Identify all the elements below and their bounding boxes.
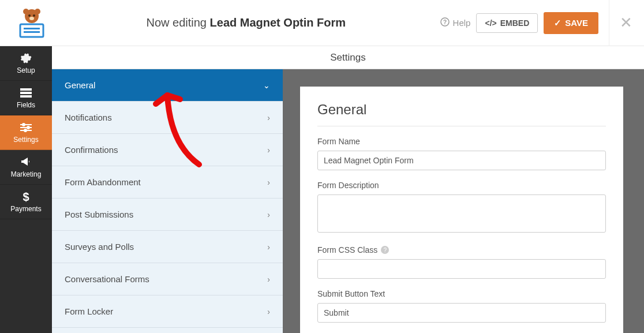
- svg-point-17: [27, 126, 29, 129]
- settings-item-surveys-polls[interactable]: Surveys and Polls ›: [52, 231, 283, 263]
- help-icon: ?: [440, 17, 450, 28]
- nav-marketing[interactable]: Marketing: [0, 150, 52, 185]
- settings-item-general[interactable]: General ⌄: [52, 69, 283, 102]
- submit-text-input[interactable]: [317, 303, 606, 323]
- svg-point-3: [28, 14, 31, 17]
- svg-point-15: [23, 124, 25, 126]
- menu-label: Form Abandonment: [65, 177, 141, 187]
- form-desc-input[interactable]: [317, 194, 606, 233]
- nav-label: Payments: [10, 205, 41, 213]
- chevron-right-icon: ›: [267, 113, 270, 122]
- save-label: SAVE: [565, 18, 588, 28]
- menu-label: Surveys and Polls: [65, 242, 134, 252]
- code-icon: </>: [485, 18, 496, 28]
- menu-label: Conversational Forms: [65, 274, 149, 284]
- nav-label: Marketing: [11, 170, 42, 178]
- menu-label: Form Locker: [65, 306, 113, 316]
- chevron-down-icon: ⌄: [263, 81, 270, 90]
- svg-rect-13: [20, 95, 32, 98]
- nav-label: Setup: [17, 66, 35, 74]
- embed-label: EMBED: [500, 18, 530, 28]
- form-desc-label: Form Description: [317, 181, 606, 190]
- wpforms-logo: [16, 7, 48, 39]
- sliders-icon: [20, 122, 32, 133]
- nav-settings[interactable]: Settings: [0, 115, 52, 150]
- nav-label: Fields: [17, 101, 35, 109]
- css-class-label-text: Form CSS Class: [317, 245, 377, 255]
- gear-icon: [20, 53, 32, 64]
- css-class-input[interactable]: [317, 259, 606, 279]
- menu-label: General: [65, 80, 95, 90]
- settings-item-confirmations[interactable]: Confirmations ›: [52, 134, 283, 166]
- check-icon: ✓: [554, 18, 561, 28]
- settings-item-conversational[interactable]: Conversational Forms ›: [52, 263, 283, 295]
- logo-area: [12, 7, 52, 39]
- menu-label: Confirmations: [65, 145, 118, 155]
- settings-item-notifications[interactable]: Notifications ›: [52, 102, 283, 134]
- nav-fields[interactable]: Fields: [0, 81, 52, 115]
- svg-point-2: [35, 9, 40, 14]
- content-header: Settings: [52, 46, 644, 69]
- megaphone-icon: [20, 156, 32, 168]
- form-desc-group: Form Description: [317, 181, 606, 235]
- chevron-right-icon: ›: [267, 145, 270, 155]
- chevron-right-icon: ›: [267, 242, 270, 252]
- help-label: Help: [453, 18, 471, 28]
- close-icon: ✕: [620, 14, 632, 32]
- svg-point-5: [29, 17, 34, 20]
- form-title: Lead Magnet Optin Form: [210, 16, 346, 29]
- list-icon: [20, 87, 32, 99]
- editing-prefix: Now editing: [146, 16, 209, 29]
- left-nav: Setup Fields Settings Marketing $ Paymen…: [0, 46, 52, 333]
- close-button[interactable]: ✕: [609, 0, 632, 46]
- chevron-right-icon: ›: [267, 307, 270, 316]
- menu-label: Post Submissions: [65, 209, 133, 219]
- menu-label: Notifications: [65, 113, 112, 122]
- svg-rect-7: [24, 28, 40, 29]
- svg-text:?: ?: [443, 19, 447, 25]
- nav-setup[interactable]: Setup: [0, 46, 52, 81]
- submit-text-label: Submit Button Text: [317, 289, 606, 298]
- settings-item-form-abandonment[interactable]: Form Abandonment ›: [52, 166, 283, 199]
- editing-title: Now editing Lead Magnet Optin Form: [52, 16, 440, 29]
- svg-rect-6: [20, 24, 43, 37]
- top-controls: ? Help </> EMBED ✓ SAVE: [440, 12, 598, 34]
- content-body: General ⌄ Notifications › Confirmations …: [52, 69, 644, 333]
- settings-menu: General ⌄ Notifications › Confirmations …: [52, 69, 283, 333]
- form-panel: General Form Name Form Description Form …: [283, 69, 644, 333]
- svg-rect-12: [20, 92, 32, 94]
- svg-rect-11: [20, 88, 32, 91]
- chevron-right-icon: ›: [267, 275, 270, 284]
- settings-item-form-locker[interactable]: Form Locker ›: [52, 295, 283, 328]
- css-class-group: Form CSS Class ?: [317, 245, 606, 279]
- panel-heading: General: [317, 102, 606, 126]
- chevron-right-icon: ›: [267, 178, 270, 187]
- form-name-input[interactable]: [317, 151, 606, 170]
- help-link[interactable]: ? Help: [440, 17, 471, 28]
- svg-point-19: [24, 129, 27, 132]
- svg-point-4: [33, 14, 35, 17]
- main-area: Setup Fields Settings Marketing $ Paymen…: [0, 46, 644, 333]
- nav-payments[interactable]: $ Payments: [0, 185, 52, 219]
- chevron-right-icon: ›: [267, 210, 270, 219]
- nav-label: Settings: [13, 136, 38, 144]
- dollar-icon: $: [20, 191, 32, 203]
- content-title: Settings: [330, 52, 365, 63]
- form-name-label: Form Name: [317, 137, 606, 146]
- content-zone: Settings General ⌄ Notifications › Confi…: [52, 46, 644, 333]
- settings-item-post-submissions[interactable]: Post Submissions ›: [52, 199, 283, 231]
- svg-rect-8: [24, 31, 40, 33]
- css-class-label: Form CSS Class ?: [317, 245, 606, 255]
- top-bar: Now editing Lead Magnet Optin Form ? Hel…: [0, 0, 644, 46]
- svg-point-1: [23, 9, 29, 14]
- submit-text-group: Submit Button Text: [317, 289, 606, 323]
- svg-text:$: $: [23, 191, 29, 203]
- form-name-group: Form Name: [317, 137, 606, 170]
- save-button[interactable]: ✓ SAVE: [544, 12, 598, 34]
- help-tooltip-icon[interactable]: ?: [381, 246, 389, 254]
- embed-button[interactable]: </> EMBED: [476, 13, 538, 33]
- general-settings-card: General Form Name Form Description Form …: [300, 87, 623, 333]
